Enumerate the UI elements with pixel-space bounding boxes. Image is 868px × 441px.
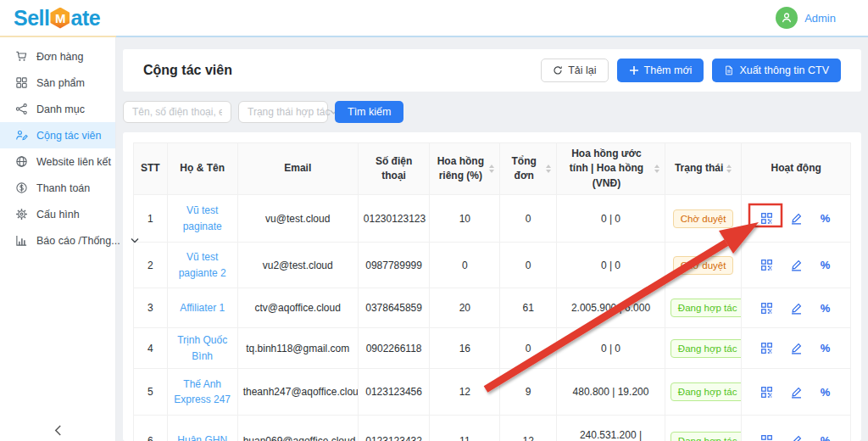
cell-commission: 11 (430, 416, 500, 441)
cell-estimate: 2.005.900 | 6.000 (557, 288, 665, 328)
percent-icon[interactable]: % (819, 259, 832, 271)
column-header-6[interactable]: Hoa hồng ước tính | Hoa hồng (VNĐ) (557, 143, 665, 195)
cell-commission: 0 (430, 243, 500, 288)
status-badge: Chờ duyệt (673, 256, 734, 275)
sort-carets-icon[interactable] (654, 165, 659, 174)
sidebar-item-6[interactable]: Cấu hình (0, 201, 115, 227)
sellmate-logo[interactable]: SellMate (14, 6, 100, 31)
cell-stt: 4 (134, 328, 168, 369)
cell-name: Vũ test pagiante 2 (167, 243, 237, 288)
sort-carets-icon[interactable] (489, 165, 494, 174)
cell-actions: % (742, 243, 851, 288)
page-title: Cộng tác viên (143, 63, 232, 78)
edit-icon[interactable] (790, 434, 803, 441)
cell-stt: 2 (134, 243, 168, 288)
status-badge: Đang hợp tác (670, 432, 742, 441)
cell-name: Thế Anh Express 247 (167, 369, 237, 416)
reload-button[interactable]: Tải lại (541, 59, 608, 82)
percent-icon[interactable]: % (819, 302, 832, 315)
qrcode-icon[interactable] (760, 386, 773, 399)
cell-email: vu2@test.cloud (237, 243, 358, 288)
sidebar-item-4[interactable]: Website liên kết (0, 148, 115, 175)
admin-menu[interactable]: Admin (804, 12, 836, 25)
cell-status: Đang hợp tác (665, 288, 742, 328)
percent-icon[interactable]: % (819, 434, 832, 441)
edit-icon[interactable] (790, 386, 803, 399)
cell-stt: 1 (134, 195, 168, 243)
table-row: 3 Affiliater 1 ctv@aqoffice.cloud 037864… (134, 288, 851, 328)
cell-orders: 61 (500, 288, 557, 328)
edit-icon[interactable] (790, 259, 803, 271)
sidebar-item-2[interactable]: Danh mục (0, 96, 115, 122)
cell-name: Vũ test paginate (167, 195, 237, 243)
collaborator-name-link[interactable]: Thế Anh Express 247 (173, 377, 232, 408)
qrcode-icon[interactable] (760, 302, 773, 315)
page-header-card: Cộng tác viên Tải lại Thêm mới Xuất thôn… (123, 49, 861, 92)
cell-status: Chờ duyệt (665, 243, 742, 288)
cell-estimate: 0 | 0 (557, 243, 665, 288)
table-row: 1 Vũ test paginate vu@test.cloud 0123012… (134, 195, 851, 243)
column-header-7[interactable]: Trạng thái (665, 143, 742, 195)
cell-estimate: 240.531.200 | 379.040 (557, 416, 665, 441)
percent-icon[interactable]: % (819, 386, 832, 399)
cell-stt: 3 (134, 288, 168, 328)
column-header-0[interactable]: STT (134, 143, 168, 195)
collaborator-name-link[interactable]: Vũ test paginate (173, 203, 232, 234)
column-header-4[interactable]: Hoa hồng riêng (%) (430, 143, 500, 195)
cell-commission: 16 (430, 328, 500, 369)
column-header-5[interactable]: Tổng đơn (500, 143, 557, 195)
edit-icon[interactable] (790, 212, 803, 225)
admin-avatar[interactable] (776, 7, 798, 29)
search-button[interactable]: Tìm kiếm (335, 101, 403, 123)
status-badge: Chờ duyệt (673, 209, 734, 228)
edit-icon[interactable] (790, 342, 803, 354)
sort-carets-icon[interactable] (726, 165, 732, 174)
cell-email: theanh247@aqoffice.cloud (237, 369, 358, 416)
column-header-2[interactable]: Email (237, 143, 358, 195)
logo-hexagon-m: M (50, 8, 70, 29)
sidebar-collapse-button[interactable] (0, 425, 115, 436)
collaborator-name-link[interactable]: Trịnh Quốc Bình (173, 332, 232, 364)
sidebar-item-7[interactable]: Báo cáo /Thống... (0, 227, 115, 254)
cell-actions: % (742, 288, 851, 328)
gear-icon (15, 208, 28, 220)
cell-phone: 0902266118 (358, 328, 430, 369)
status-badge: Đang hợp tác (670, 339, 742, 358)
qrcode-icon[interactable] (760, 259, 773, 271)
collaborator-name-link[interactable]: Vũ test pagiante 2 (173, 249, 232, 281)
sidebar-item-0[interactable]: Đơn hàng (0, 43, 115, 70)
column-header-8[interactable]: Hoạt động (742, 143, 851, 195)
sidebar-item-5[interactable]: Thanh toán (0, 175, 115, 201)
reload-icon (553, 65, 563, 75)
sidebar-item-3[interactable]: Cộng tác viên (0, 122, 115, 148)
qrcode-icon[interactable] (760, 342, 773, 354)
sidebar-item-1[interactable]: Sản phẩm (0, 70, 115, 96)
table-row: 2 Vũ test pagiante 2 vu2@test.cloud 0987… (134, 243, 851, 288)
cell-orders: 9 (500, 369, 557, 416)
column-header-1[interactable]: Họ & Tên (167, 143, 237, 195)
cell-commission: 10 (430, 195, 500, 243)
sort-carets-icon[interactable] (546, 165, 551, 174)
cell-actions: % (742, 328, 851, 369)
status-filter-select[interactable]: Trạng thái hợp tác (238, 101, 328, 123)
globe-icon (15, 155, 28, 168)
qrcode-icon[interactable] (760, 212, 773, 225)
cell-email: vu@test.cloud (237, 195, 358, 243)
export-ctv-button[interactable]: Xuất thông tin CTV (712, 59, 841, 82)
qrcode-icon[interactable] (760, 434, 773, 441)
edit-icon[interactable] (790, 302, 803, 315)
percent-icon[interactable]: % (819, 342, 832, 354)
add-new-button[interactable]: Thêm mới (617, 59, 704, 82)
collaborator-name-link[interactable]: Huân GHN (177, 433, 227, 441)
column-header-3[interactable]: Số điện thoại (358, 143, 430, 195)
cell-name: Huân GHN (167, 416, 237, 441)
cell-phone: 0123123456 (358, 369, 430, 416)
logo-text-sell: Sell (14, 6, 49, 31)
collaborator-name-link[interactable]: Affiliater 1 (180, 300, 225, 316)
cell-email: ctv@aqoffice.cloud (237, 288, 358, 328)
percent-icon[interactable]: % (819, 212, 832, 225)
logo-text-ate: ate (70, 6, 100, 31)
cell-commission: 20 (430, 288, 500, 328)
plus-icon (629, 65, 639, 75)
search-input[interactable] (123, 101, 231, 123)
